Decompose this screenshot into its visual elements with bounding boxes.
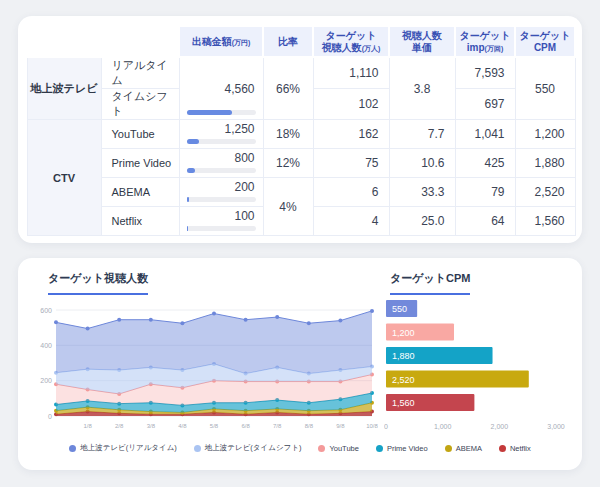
audience-cell-timeshift: 102 <box>313 89 389 120</box>
legend-item-2[interactable]: YouTube <box>318 444 358 453</box>
spend-cell-netflix: 100 <box>179 207 263 236</box>
row-label-youtube: YouTube <box>101 120 179 149</box>
svg-text:2,520: 2,520 <box>392 375 415 385</box>
svg-text:3/8: 3/8 <box>147 423 156 429</box>
audience-cell-prime-video: 75 <box>313 149 389 178</box>
ratio-cell-youtube: 18% <box>263 120 313 149</box>
spend-bar-fill <box>187 139 199 144</box>
svg-text:9/8: 9/8 <box>336 423 345 429</box>
col-header-imp-unit: (万回) <box>485 45 504 52</box>
table-header-row: 出稿金額(万円) 比率 ターゲット 視聴人数(万人) 視聴人数 単価 ターゲット… <box>27 26 575 57</box>
svg-text:5/8: 5/8 <box>210 423 219 429</box>
row-label-timeshift: タイムシフト <box>101 89 179 120</box>
col-header-spend-unit: (万円) <box>232 39 251 46</box>
svg-text:1,000: 1,000 <box>434 423 452 430</box>
group-cell-ctv: CTV <box>27 120 101 236</box>
audience-cell-abema: 6 <box>313 178 389 207</box>
imp-cell-prime-video: 425 <box>455 149 515 178</box>
metrics-card: 出稿金額(万円) 比率 ターゲット 視聴人数(万人) 視聴人数 単価 ターゲット… <box>18 16 582 243</box>
legend-label: 地上波テレビ(タイムシフト) <box>205 443 302 453</box>
spend-cell-abema: 200 <box>179 178 263 207</box>
col-header-imp-line2: imp <box>467 42 485 53</box>
svg-text:2,000: 2,000 <box>491 423 509 430</box>
legend-item-4[interactable]: ABEMA <box>445 444 482 453</box>
audience-cell-youtube: 162 <box>313 120 389 149</box>
area-chart-title: ターゲット視聴人数 <box>48 271 148 295</box>
svg-text:0: 0 <box>48 413 52 420</box>
svg-text:550: 550 <box>392 304 407 314</box>
spend-value-terrestrial: 4,560 <box>224 82 254 96</box>
svg-text:600: 600 <box>40 307 52 314</box>
svg-text:200: 200 <box>40 377 52 384</box>
row-label-realtime: リアルタイム <box>101 57 179 89</box>
spend-bar-fill <box>187 110 233 115</box>
table-row-realtime: 地上波テレビ リアルタイム 4,560 66% 1,110 3.8 7,593 … <box>27 57 575 89</box>
col-header-imp-line1: ターゲット <box>456 30 514 42</box>
col-header-audience-line1: ターゲット <box>314 30 388 42</box>
col-header-unitcost-line2: 単価 <box>390 42 454 54</box>
col-header-spend: 出稿金額(万円) <box>179 26 263 57</box>
spend-bar-track <box>187 168 256 173</box>
legend-label: 地上波テレビ(リアルタイム) <box>80 443 177 453</box>
metrics-table: 出稿金額(万円) 比率 ターゲット 視聴人数(万人) 視聴人数 単価 ターゲット… <box>26 25 576 236</box>
legend-item-0[interactable]: 地上波テレビ(リアルタイム) <box>69 443 177 453</box>
chart-legend: 地上波テレビ(リアルタイム)地上波テレビ(タイムシフト)YouTubePrime… <box>18 443 582 453</box>
row-label-abema: ABEMA <box>101 178 179 207</box>
spend-value-youtube: 1,250 <box>224 122 254 136</box>
svg-text:1,880: 1,880 <box>392 351 415 361</box>
legend-item-5[interactable]: Netflix <box>499 444 531 453</box>
spend-value-prime-video: 800 <box>234 151 254 165</box>
table-row-youtube: CTV YouTube 1,250 18% 162 7.7 1,041 1,20… <box>27 120 575 149</box>
cpm-cell-abema: 2,520 <box>515 178 575 207</box>
legend-marker-icon <box>69 445 76 452</box>
spend-bar-fill <box>187 226 188 231</box>
imp-cell-youtube: 1,041 <box>455 120 515 149</box>
spend-cell-youtube: 1,250 <box>179 120 263 149</box>
svg-text:2/8: 2/8 <box>115 423 124 429</box>
svg-text:10/8: 10/8 <box>366 423 378 429</box>
col-header-audience: ターゲット 視聴人数(万人) <box>313 26 389 57</box>
cpm-cell-youtube: 1,200 <box>515 120 575 149</box>
legend-label: Netflix <box>510 444 531 453</box>
svg-text:0: 0 <box>384 423 388 430</box>
corner-cell <box>27 26 179 57</box>
ratio-cell-abema-netflix: 4% <box>263 178 313 236</box>
ratio-cell-terrestrial: 66% <box>263 57 313 120</box>
ratio-cell-prime-video: 12% <box>263 149 313 178</box>
spend-bar-track <box>187 226 256 231</box>
bar-chart-title: ターゲットCPM <box>390 271 470 295</box>
col-header-ratio-label: 比率 <box>278 36 298 47</box>
col-header-cpm-line2: CPM <box>516 42 574 54</box>
imp-cell-abema: 79 <box>455 178 515 207</box>
svg-text:3,000: 3,000 <box>547 423 565 430</box>
legend-label: YouTube <box>329 444 358 453</box>
legend-marker-icon <box>318 445 325 452</box>
svg-text:7/8: 7/8 <box>273 423 282 429</box>
spend-cell-prime-video: 800 <box>179 149 263 178</box>
spend-bar-track <box>187 110 256 115</box>
spend-bar-track <box>187 197 256 202</box>
cpm-cell-netflix: 1,560 <box>515 207 575 236</box>
spend-value-abema: 200 <box>234 180 254 194</box>
col-header-cpm: ターゲット CPM <box>515 26 575 57</box>
row-label-netflix: Netflix <box>101 207 179 236</box>
unitcost-cell-prime-video: 10.6 <box>389 149 455 178</box>
target-audience-area-chart: 02004006001/82/83/84/85/86/87/88/89/810/… <box>28 294 378 438</box>
unitcost-cell-terrestrial: 3.8 <box>389 57 455 120</box>
spend-value-netflix: 100 <box>234 209 254 223</box>
legend-item-3[interactable]: Prime Video <box>376 444 428 453</box>
legend-label: Prime Video <box>387 444 428 453</box>
charts-card: ターゲット視聴人数 ターゲットCPM 02004006001/82/83/84/… <box>18 258 582 470</box>
col-header-audience-unit: (万人) <box>362 45 381 52</box>
col-header-unitcost: 視聴人数 単価 <box>389 26 455 57</box>
svg-text:4/8: 4/8 <box>178 423 187 429</box>
svg-text:6/8: 6/8 <box>241 423 250 429</box>
audience-cell-realtime: 1,110 <box>313 57 389 89</box>
svg-text:400: 400 <box>40 342 52 349</box>
svg-text:1,200: 1,200 <box>392 328 415 338</box>
audience-cell-netflix: 4 <box>313 207 389 236</box>
legend-item-1[interactable]: 地上波テレビ(タイムシフト) <box>194 443 302 453</box>
cpm-cell-prime-video: 1,880 <box>515 149 575 178</box>
svg-text:8/8: 8/8 <box>305 423 314 429</box>
target-cpm-bar-chart: 5501,2001,8802,5201,56001,0002,0003,000 <box>384 298 580 438</box>
